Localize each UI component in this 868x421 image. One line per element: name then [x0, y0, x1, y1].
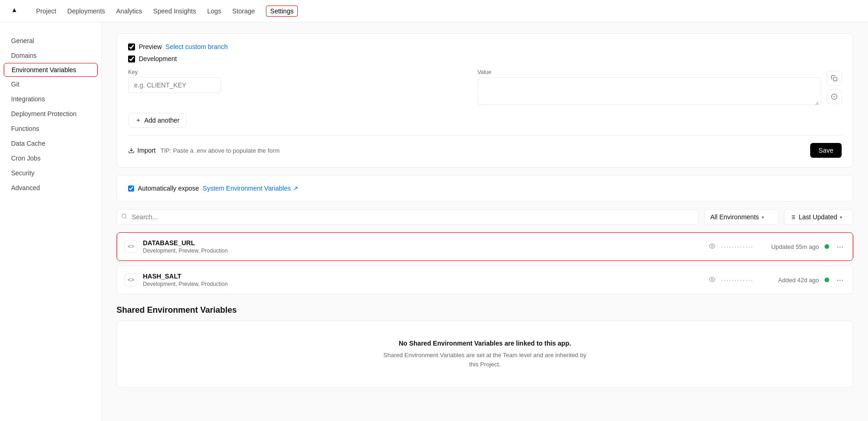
- import-button[interactable]: Import: [128, 147, 156, 154]
- remove-icon-button[interactable]: [827, 89, 842, 104]
- env-form-section: Preview Select custom branch Development…: [117, 33, 853, 167]
- nav-speed-insights[interactable]: Speed Insights: [153, 6, 196, 17]
- env-var-row-database-url: <> DATABASE_URL Development, Preview, Pr…: [117, 232, 853, 261]
- sort-chevron-icon: ▾: [840, 215, 842, 220]
- code-brackets-icon: <>: [124, 240, 137, 253]
- sidebar-item-deployment-protection[interactable]: Deployment Protection: [0, 106, 101, 121]
- key-label: Key: [128, 69, 472, 75]
- search-input[interactable]: [117, 209, 699, 225]
- development-label: Development: [139, 55, 177, 62]
- system-env-label: System Environment Variables: [203, 185, 290, 192]
- svg-rect-0: [833, 77, 837, 81]
- env-var-envs-hash-salt: Development, Preview, Production: [143, 281, 703, 287]
- shared-empty-box: No Shared Environment Variables are link…: [117, 321, 853, 388]
- filter-bar: All Environments ▾ Last Updated ▾: [117, 209, 853, 225]
- value-label: Value: [478, 69, 822, 75]
- sidebar-item-domains[interactable]: Domains: [0, 48, 101, 63]
- sort-dropdown[interactable]: Last Updated ▾: [784, 209, 853, 225]
- key-input[interactable]: [128, 77, 221, 93]
- nav-analytics[interactable]: Analytics: [116, 6, 142, 17]
- search-wrap: [117, 209, 699, 225]
- preview-checkbox-row: Preview Select custom branch: [128, 43, 842, 50]
- env-var-info-hash-salt: HASH_SALT Development, Preview, Producti…: [143, 272, 703, 287]
- auto-expose-row: Automatically expose System Environment …: [128, 185, 842, 192]
- shared-empty-subtext: Shared Environment Variables are set at …: [128, 351, 842, 369]
- sidebar-item-git[interactable]: Git: [0, 77, 101, 92]
- sidebar-item-env-variables[interactable]: Environment Variables: [4, 63, 98, 77]
- env-filter-dropdown[interactable]: All Environments ▾: [704, 209, 778, 225]
- development-checkbox[interactable]: [128, 56, 135, 62]
- env-var-name-database-url: DATABASE_URL: [143, 239, 703, 247]
- env-filter-label: All Environments: [710, 213, 759, 221]
- tip-text: TIP: Paste a .env above to populate the …: [160, 147, 280, 154]
- sidebar-item-general[interactable]: General: [0, 33, 101, 48]
- status-green-dot-database-url: [825, 244, 829, 249]
- preview-label: Preview: [139, 43, 162, 50]
- key-col: Key: [128, 69, 472, 93]
- value-input[interactable]: [478, 77, 822, 105]
- svg-point-4: [122, 214, 126, 218]
- eye-icon-hash-salt[interactable]: [709, 276, 715, 284]
- sort-label: Last Updated: [799, 213, 837, 221]
- auto-expose-checkbox[interactable]: [128, 186, 134, 192]
- eye-icon-database-url[interactable]: [709, 243, 715, 251]
- shared-empty-heading: No Shared Environment Variables are link…: [128, 340, 842, 347]
- nav-settings[interactable]: Settings: [266, 6, 298, 17]
- development-checkbox-row: Development: [128, 55, 842, 62]
- top-nav: ▲ Project Deployments Analytics Speed In…: [0, 0, 868, 22]
- kv-input-row: Key Value ◢: [128, 69, 842, 106]
- nav-project[interactable]: Project: [36, 6, 56, 17]
- nav-logs[interactable]: Logs: [207, 6, 221, 17]
- env-var-masked-value-database-url: ············: [721, 243, 758, 250]
- auto-expose-section: Automatically expose System Environment …: [117, 175, 853, 202]
- svg-point-12: [711, 245, 713, 247]
- import-row: Import TIP: Paste a .env above to popula…: [128, 135, 842, 158]
- env-var-masked-value-hash-salt: ············: [721, 276, 758, 284]
- env-var-info-database-url: DATABASE_URL Development, Preview, Produ…: [143, 239, 703, 254]
- value-col: Value ◢: [478, 69, 822, 106]
- add-another-button[interactable]: ＋ Add another: [128, 113, 186, 128]
- svg-point-13: [711, 279, 713, 280]
- sidebar-item-data-cache[interactable]: Data Cache: [0, 136, 101, 151]
- auto-expose-text: Automatically expose: [138, 185, 199, 192]
- external-link-icon: ↗: [293, 185, 298, 192]
- sidebar-item-functions[interactable]: Functions: [0, 121, 101, 136]
- kv-action-icons: [827, 69, 842, 104]
- save-button[interactable]: Save: [810, 143, 842, 158]
- page-layout: General Domains Environment Variables Gi…: [0, 22, 868, 421]
- import-label: Import: [137, 147, 156, 154]
- shared-section: Shared Environment Variables No Shared E…: [117, 305, 853, 388]
- select-custom-branch-link[interactable]: Select custom branch: [166, 43, 228, 50]
- status-green-dot-hash-salt: [825, 278, 829, 282]
- main-content: Preview Select custom branch Development…: [102, 22, 868, 421]
- sidebar-item-cron-jobs[interactable]: Cron Jobs: [0, 151, 101, 166]
- more-menu-database-url[interactable]: ···: [835, 242, 845, 252]
- resize-handle-icon: ◢: [815, 100, 819, 105]
- value-wrap: ◢: [478, 77, 822, 106]
- env-var-row-hash-salt: <> HASH_SALT Development, Preview, Produ…: [117, 266, 853, 294]
- more-menu-hash-salt[interactable]: ···: [835, 275, 845, 285]
- svg-line-5: [125, 217, 126, 218]
- code-brackets-icon-hash-salt: <>: [124, 273, 137, 286]
- copy-icon-button[interactable]: [827, 71, 842, 86]
- system-env-link[interactable]: System Environment Variables ↗: [203, 185, 298, 192]
- logo-icon[interactable]: ▲: [11, 6, 21, 16]
- sidebar: General Domains Environment Variables Gi…: [0, 22, 102, 421]
- plus-icon: ＋: [135, 116, 142, 124]
- sidebar-item-integrations[interactable]: Integrations: [0, 92, 101, 106]
- env-var-name-hash-salt: HASH_SALT: [143, 272, 703, 280]
- sidebar-item-security[interactable]: Security: [0, 166, 101, 180]
- add-another-label: Add another: [144, 117, 179, 124]
- sort-icon: [790, 214, 796, 220]
- search-icon: [121, 213, 127, 221]
- preview-checkbox[interactable]: [128, 43, 135, 50]
- env-var-status-database-url: Updated 55m ago: [763, 243, 819, 250]
- env-var-status-hash-salt: Added 42d ago: [763, 277, 819, 284]
- nav-storage[interactable]: Storage: [232, 6, 255, 17]
- env-var-envs-database-url: Development, Preview, Production: [143, 248, 703, 254]
- chevron-down-icon: ▾: [762, 215, 764, 220]
- nav-deployments[interactable]: Deployments: [68, 6, 105, 17]
- shared-section-title: Shared Environment Variables: [117, 305, 853, 315]
- sidebar-item-advanced[interactable]: Advanced: [0, 180, 101, 195]
